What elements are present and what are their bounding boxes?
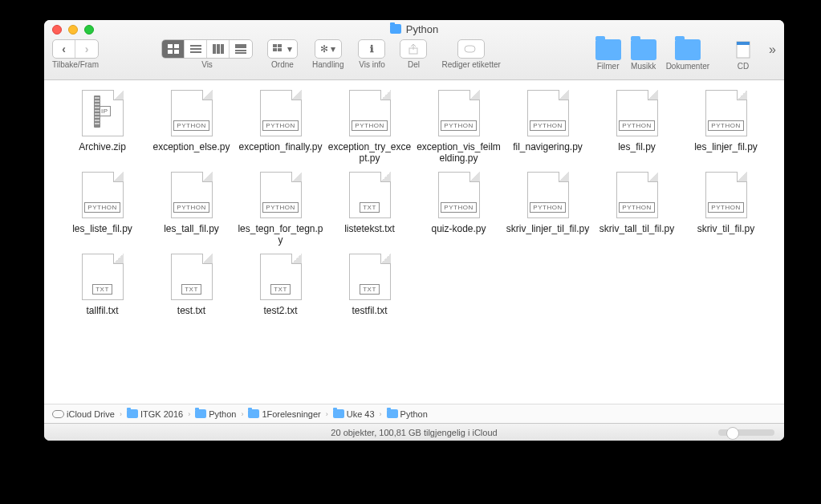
- file-kind-badge: PYTHON: [352, 120, 387, 131]
- svg-rect-10: [235, 44, 246, 48]
- file-item[interactable]: PYTHONles_fil.py: [593, 90, 681, 164]
- file-icon: ZIP: [82, 90, 124, 136]
- svg-rect-20: [737, 42, 750, 45]
- file-label: les_linjer_fil.py: [694, 141, 758, 152]
- file-item[interactable]: PYTHONexception_try_except.py: [326, 90, 413, 164]
- view-label: Vis: [201, 60, 213, 69]
- path-bar: iCloud Drive›ITGK 2016›Python›1Forelesni…: [44, 404, 784, 423]
- arrange-button[interactable]: ▾: [267, 39, 298, 59]
- path-segment[interactable]: 1Forelesninger: [248, 409, 320, 419]
- file-icon: PYTHON: [260, 90, 302, 136]
- file-label: test.txt: [177, 305, 205, 316]
- close-button[interactable]: [52, 25, 62, 35]
- folder-icon: [631, 39, 656, 60]
- share-button[interactable]: [400, 39, 427, 59]
- file-kind-badge: TXT: [92, 284, 112, 295]
- file-label: exception_finally.py: [239, 141, 323, 152]
- file-kind-badge: PYTHON: [84, 202, 120, 213]
- svg-rect-0: [168, 44, 173, 48]
- file-item[interactable]: PYTHONles_tegn_for_tegn.py: [237, 172, 324, 246]
- file-label: les_tall_fil.py: [164, 223, 219, 234]
- shortcut-label: Filmer: [597, 62, 620, 71]
- forward-button[interactable]: ›: [75, 40, 98, 58]
- minimize-button[interactable]: [68, 25, 78, 35]
- file-label: test2.txt: [263, 305, 297, 316]
- path-segment[interactable]: Python: [387, 409, 428, 419]
- path-segment[interactable]: iCloud Drive: [52, 409, 115, 419]
- svg-rect-1: [174, 44, 179, 48]
- shortcut-musikk[interactable]: Musikk: [631, 39, 656, 71]
- path-label: Python: [400, 409, 428, 419]
- view-icons-button[interactable]: [162, 40, 185, 58]
- file-item[interactable]: TXTtallfil.txt: [59, 254, 146, 316]
- file-item[interactable]: PYTHONfil_navigering.py: [504, 90, 591, 164]
- info-group: ℹ︎ Vis info: [358, 39, 385, 69]
- shortcut-filmer[interactable]: Filmer: [595, 39, 621, 71]
- svg-rect-18: [465, 46, 475, 52]
- cloud-icon: [52, 410, 64, 418]
- folder-icon: [390, 24, 401, 34]
- file-item[interactable]: PYTHONquiz-kode.py: [415, 172, 502, 246]
- file-icon: PYTHON: [438, 90, 480, 136]
- file-label: quiz-kode.py: [431, 223, 486, 234]
- file-icon: TXT: [171, 254, 213, 300]
- cd-group: CD: [732, 39, 754, 71]
- file-label: exception_try_except.py: [327, 141, 413, 164]
- file-label: fil_navigering.py: [513, 141, 583, 152]
- file-item[interactable]: PYTHONexception_finally.py: [237, 90, 324, 164]
- tags-label: Rediger etiketter: [441, 60, 500, 69]
- file-kind-badge: PYTHON: [530, 202, 565, 213]
- traffic-lights: [52, 25, 94, 35]
- file-item[interactable]: PYTHONexception_vis_feilmelding.py: [415, 90, 502, 164]
- zoom-button[interactable]: [84, 25, 94, 35]
- file-icon: PYTHON: [171, 90, 213, 136]
- folder-icon: [127, 409, 138, 418]
- arrange-label: Ordne: [271, 60, 294, 69]
- titlebar: Python ‹ › Tilbake/Fram: [44, 20, 784, 80]
- cd-icon[interactable]: [732, 39, 754, 60]
- svg-rect-5: [190, 48, 201, 50]
- path-segment[interactable]: Uke 43: [333, 409, 375, 419]
- file-item[interactable]: TXTlistetekst.txt: [326, 172, 413, 246]
- back-button[interactable]: ‹: [53, 40, 75, 58]
- file-item[interactable]: ZIPArchive.zip: [59, 90, 146, 164]
- file-item[interactable]: PYTHONskriv_tall_til_fil.py: [593, 172, 681, 246]
- file-icon: PYTHON: [349, 90, 391, 136]
- tags-group: Rediger etiketter: [441, 39, 500, 69]
- cd-label: CD: [738, 62, 749, 71]
- file-item[interactable]: PYTHONexception_else.py: [148, 90, 235, 164]
- path-label: iCloud Drive: [67, 409, 115, 419]
- view-coverflow-button[interactable]: [230, 40, 252, 58]
- file-item[interactable]: PYTHONles_liste_fil.py: [59, 172, 146, 246]
- info-button[interactable]: ℹ︎: [358, 39, 385, 59]
- file-grid: ZIPArchive.zipPYTHONexception_else.pyPYT…: [44, 80, 784, 404]
- gear-icon: ✻: [320, 43, 328, 55]
- tags-button[interactable]: [457, 39, 485, 59]
- file-item[interactable]: TXTtestfil.txt: [326, 254, 413, 316]
- file-label: Archive.zip: [79, 141, 126, 152]
- file-item[interactable]: PYTHONles_linjer_fil.py: [682, 90, 770, 164]
- shortcut-label: Dokumenter: [666, 62, 709, 71]
- icon-size-slider[interactable]: [718, 429, 774, 436]
- svg-rect-8: [217, 44, 220, 54]
- svg-rect-14: [278, 44, 282, 47]
- info-icon: ℹ︎: [370, 43, 374, 55]
- path-label: Uke 43: [347, 409, 375, 419]
- file-item[interactable]: PYTHONskriv_til_fil.py: [682, 172, 770, 246]
- action-button[interactable]: ✻▾: [315, 39, 342, 59]
- file-item[interactable]: PYTHONles_tall_fil.py: [148, 172, 235, 246]
- view-columns-button[interactable]: [207, 40, 230, 58]
- file-label: exception_vis_feilmelding.py: [416, 141, 502, 164]
- shortcut-dokumenter[interactable]: Dokumenter: [666, 39, 709, 71]
- path-segment[interactable]: ITGK 2016: [127, 409, 183, 419]
- path-separator-icon: ›: [241, 410, 243, 418]
- file-label: tallfil.txt: [86, 305, 118, 316]
- svg-rect-11: [235, 50, 246, 51]
- path-segment[interactable]: Python: [195, 409, 236, 419]
- view-list-button[interactable]: [185, 40, 207, 58]
- file-item[interactable]: TXTtest.txt: [148, 254, 235, 316]
- file-item[interactable]: TXTtest2.txt: [237, 254, 324, 316]
- file-item[interactable]: PYTHONskriv_linjer_til_fil.py: [504, 172, 591, 246]
- file-label: skriv_tall_til_fil.py: [599, 223, 674, 234]
- toolbar-overflow-button[interactable]: »: [769, 39, 776, 57]
